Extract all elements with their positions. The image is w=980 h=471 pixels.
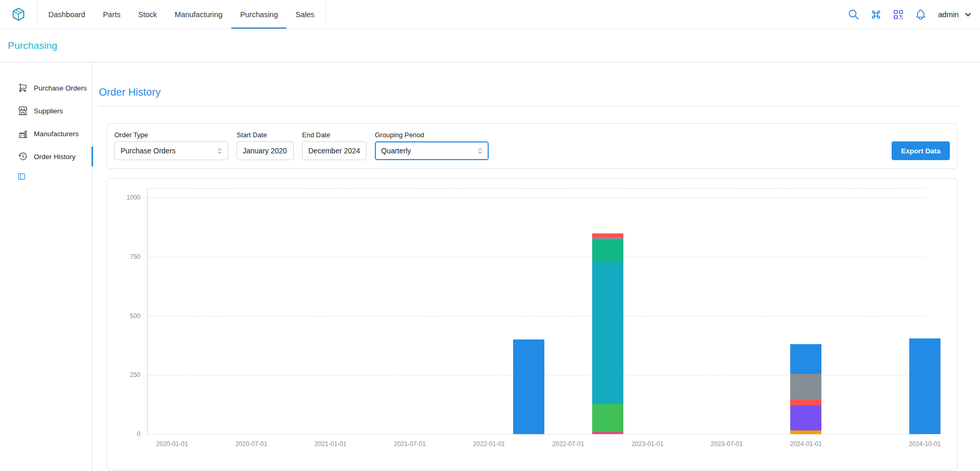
nav-tab-dashboard[interactable]: Dashboard bbox=[40, 0, 94, 29]
purchasing-sidebar: Purchase Orders Suppliers bbox=[0, 62, 93, 471]
sidebar-item-label: Order History bbox=[34, 153, 75, 161]
sidebar-item-purchase-orders[interactable]: Purchase Orders bbox=[0, 76, 92, 99]
bar-segment bbox=[513, 339, 544, 434]
bar-segment bbox=[790, 374, 821, 400]
stacked-bar-2024-10-01 bbox=[909, 338, 940, 434]
plot-area: 025050075010002020-01-012020-07-012021-0… bbox=[147, 188, 925, 434]
x-axis-tick-label: 2022-01-01 bbox=[473, 440, 505, 448]
grouping-period-group: Grouping Period Quarterly bbox=[375, 131, 489, 160]
shopping-cart-icon bbox=[18, 83, 28, 93]
x-axis-tick-label: 2021-07-01 bbox=[394, 440, 425, 448]
stacked-bar-2024-01-01 bbox=[790, 344, 821, 434]
main-nav-tabs: Dashboard Parts Stock Manufacturing Purc… bbox=[37, 0, 326, 29]
page-title: Order History bbox=[99, 86, 958, 98]
order-history-chart: 025050075010002020-01-012020-07-012021-0… bbox=[107, 178, 958, 470]
bar-segment bbox=[790, 405, 821, 430]
app-root: Dashboard Parts Stock Manufacturing Purc… bbox=[0, 0, 980, 471]
bar-segment bbox=[790, 344, 821, 374]
stacked-bar-2022-04-01 bbox=[513, 339, 544, 434]
y-axis-tick-label: 250 bbox=[108, 371, 140, 379]
end-date-input[interactable] bbox=[308, 147, 362, 155]
stacked-bar-2022-10-01 bbox=[592, 233, 623, 434]
title-divider bbox=[99, 106, 958, 107]
nav-tab-purchasing[interactable]: Purchasing bbox=[231, 0, 287, 29]
sidebar-collapse-icon[interactable] bbox=[17, 172, 26, 181]
x-axis-tick-label: 2022-07-01 bbox=[552, 440, 584, 448]
x-axis-tick-label: 2021-01-01 bbox=[315, 440, 346, 448]
order-type-select[interactable]: Purchase Orders bbox=[114, 141, 228, 160]
navbar-actions: admin bbox=[845, 0, 973, 29]
bar-segment bbox=[592, 432, 623, 434]
grouping-period-label: Grouping Period bbox=[375, 131, 489, 139]
app-logo-icon[interactable] bbox=[11, 0, 25, 29]
y-axis-tick-label: 1000 bbox=[108, 194, 140, 202]
sidebar-item-manufacturers[interactable]: Manufacturers bbox=[0, 122, 92, 145]
sidebar-item-label: Purchase Orders bbox=[34, 84, 87, 92]
x-axis-tick-label: 2023-07-01 bbox=[711, 440, 742, 448]
top-navbar: Dashboard Parts Stock Manufacturing Purc… bbox=[0, 0, 980, 29]
selector-icon bbox=[476, 147, 484, 155]
username-label: admin bbox=[938, 10, 959, 19]
nav-tab-manufacturing[interactable]: Manufacturing bbox=[166, 0, 231, 29]
gridline bbox=[148, 257, 925, 257]
start-date-group: Start Date bbox=[237, 131, 294, 160]
end-date-field bbox=[302, 141, 367, 160]
x-axis-tick-label: 2024-01-01 bbox=[790, 440, 821, 448]
bar-segment bbox=[592, 240, 623, 262]
nav-tab-sales[interactable]: Sales bbox=[286, 0, 323, 29]
sidebar-item-label: Suppliers bbox=[34, 107, 63, 115]
command-icon[interactable] bbox=[867, 6, 885, 23]
breadcrumb: Purchasing bbox=[0, 29, 980, 62]
x-axis-tick-label: 2023-01-01 bbox=[632, 440, 663, 448]
start-date-input[interactable] bbox=[243, 147, 289, 155]
order-type-value: Purchase Orders bbox=[121, 147, 176, 155]
x-axis-tick-label: 2020-07-01 bbox=[236, 440, 267, 448]
nav-tab-parts[interactable]: Parts bbox=[94, 0, 129, 29]
end-date-label: End Date bbox=[302, 131, 367, 139]
sidebar-item-suppliers[interactable]: Suppliers bbox=[0, 99, 92, 122]
bar-segment bbox=[592, 404, 623, 433]
order-history-panel: Order History Order Type Purchase Orders bbox=[93, 62, 980, 471]
start-date-field bbox=[237, 141, 294, 160]
grouping-period-value: Quarterly bbox=[381, 147, 411, 155]
user-menu[interactable]: admin bbox=[938, 10, 973, 19]
bar-segment bbox=[790, 430, 821, 434]
gridline bbox=[148, 316, 925, 317]
search-icon[interactable] bbox=[845, 6, 863, 23]
content-area: Purchase Orders Suppliers bbox=[0, 62, 980, 471]
x-axis-tick-label: 2020-01-01 bbox=[156, 440, 188, 448]
building-store-icon bbox=[18, 106, 28, 116]
x-axis-tick-label: 2024-10-01 bbox=[909, 440, 940, 448]
scan-qr-icon[interactable] bbox=[890, 6, 907, 23]
end-date-group: End Date bbox=[302, 131, 367, 160]
notifications-bell-icon[interactable] bbox=[912, 6, 930, 23]
history-clock-icon bbox=[18, 151, 28, 162]
sidebar-item-label: Manufacturers bbox=[34, 130, 79, 138]
start-date-label: Start Date bbox=[237, 131, 294, 139]
building-factory-icon bbox=[18, 128, 28, 139]
y-axis-tick-label: 500 bbox=[108, 312, 140, 320]
breadcrumb-purchasing-link[interactable]: Purchasing bbox=[8, 40, 57, 51]
gridline-top bbox=[148, 188, 925, 189]
bar-segment bbox=[790, 400, 821, 405]
bar-segment bbox=[592, 233, 623, 237]
chevron-down-icon bbox=[963, 10, 973, 19]
filter-panel: Order Type Purchase Orders Start Date bbox=[107, 123, 958, 169]
gridline bbox=[148, 198, 925, 198]
export-data-button[interactable]: Export Data bbox=[892, 141, 950, 160]
selector-icon bbox=[216, 147, 224, 155]
bar-segment bbox=[592, 262, 623, 404]
grouping-period-select[interactable]: Quarterly bbox=[375, 141, 489, 160]
nav-tab-stock[interactable]: Stock bbox=[129, 0, 166, 29]
order-type-label: Order Type bbox=[114, 131, 228, 139]
y-axis-tick-label: 0 bbox=[108, 430, 140, 438]
sidebar-item-order-history[interactable]: Order History bbox=[0, 145, 92, 168]
y-axis-tick-label: 750 bbox=[108, 253, 140, 261]
bar-segment bbox=[909, 338, 940, 434]
order-type-group: Order Type Purchase Orders bbox=[114, 131, 228, 160]
gridline bbox=[148, 434, 925, 435]
